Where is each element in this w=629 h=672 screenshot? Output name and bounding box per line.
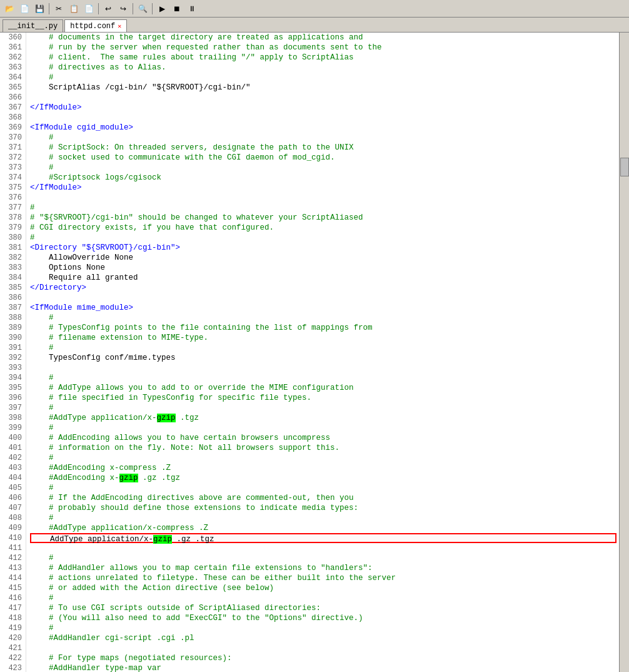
code-line: # file specified in TypesConfig for spec… — [30, 393, 619, 403]
toolbar-btn-cut[interactable]: ✂ — [52, 2, 66, 16]
toolbar-btn-pause[interactable]: ⏸ — [185, 2, 199, 16]
code-line: #Scriptsock logs/cgisock — [30, 173, 619, 183]
line-number: 379 — [0, 223, 26, 233]
toolbar-btn-save[interactable]: 💾 — [33, 2, 46, 16]
toolbar-btn-copy[interactable]: 📋 — [67, 2, 81, 16]
code-line: #AddEncoding x-gzip .gz .tgz — [30, 473, 619, 483]
line-number: 368 — [0, 113, 26, 123]
code-line: # — [30, 623, 619, 633]
line-numbers: 3603613623633643653663673683693703713723… — [0, 33, 26, 672]
tab-httpd-conf-label: httpd.conf — [70, 22, 115, 31]
toolbar-btn-new[interactable]: 📂 — [3, 2, 16, 16]
code-line: <IfModule cgid_module> — [30, 123, 619, 133]
code-line: # — [30, 453, 619, 463]
code-line: # — [30, 313, 619, 323]
scrollbar[interactable] — [619, 33, 629, 672]
toolbar-btn-stop[interactable]: ⏹ — [170, 2, 184, 16]
code-line: # "${SRVROOT}/cgi-bin" should be changed… — [30, 213, 619, 223]
code-line: # — [30, 163, 619, 173]
code-line: #AddEncoding x-compress .Z — [30, 463, 619, 473]
line-number: 392 — [0, 353, 26, 363]
tab-init-py[interactable]: __init__.py — [3, 19, 63, 32]
code-line: # information on the fly. Note: Not all … — [30, 443, 619, 453]
tabbar: __init__.py httpd.conf ✕ — [0, 18, 629, 33]
line-number: 410 — [0, 533, 26, 543]
line-number: 388 — [0, 313, 26, 323]
line-number: 395 — [0, 383, 26, 393]
line-number: 373 — [0, 163, 26, 173]
toolbar-btn-search[interactable]: 🔍 — [136, 2, 149, 16]
line-number: 380 — [0, 233, 26, 243]
toolbar-sep-1 — [49, 3, 49, 14]
line-number: 405 — [0, 483, 26, 493]
toolbar-btn-run[interactable]: ▶ — [155, 2, 169, 16]
scrollbar-thumb[interactable] — [620, 158, 629, 176]
line-number: 416 — [0, 593, 26, 603]
line-number: 402 — [0, 453, 26, 463]
code-line: # documents in the target directory are … — [30, 33, 619, 43]
code-line: # filename extension to MIME-type. — [30, 333, 619, 343]
toolbar-btn-undo[interactable]: ↩ — [101, 2, 115, 16]
code-line: TypesConfig conf/mime.types — [30, 353, 619, 363]
code-line: # client. The same rules about trailing … — [30, 53, 619, 63]
toolbar-btn-paste[interactable]: 📄 — [82, 2, 96, 16]
line-number: 381 — [0, 243, 26, 253]
line-number: 411 — [0, 543, 26, 553]
line-number: 394 — [0, 373, 26, 383]
line-number: 403 — [0, 463, 26, 473]
line-number: 372 — [0, 153, 26, 163]
line-number: 389 — [0, 323, 26, 333]
code-content[interactable]: # documents in the target directory are … — [26, 33, 619, 672]
code-line: # — [30, 513, 619, 523]
line-number: 367 — [0, 103, 26, 113]
toolbar-btn-redo[interactable]: ↪ — [116, 2, 130, 16]
code-line: <IfModule mime_module> — [30, 303, 619, 313]
line-number: 383 — [0, 263, 26, 273]
code-line: #AddType application/x-compress .Z — [30, 523, 619, 533]
line-number: 401 — [0, 443, 26, 453]
line-number: 387 — [0, 303, 26, 313]
line-number: 420 — [0, 633, 26, 643]
line-number: 412 — [0, 553, 26, 563]
code-line: Options None — [30, 263, 619, 273]
toolbar: 📂 📄 💾 ✂ 📋 📄 ↩ ↪ 🔍 ▶ ⏹ ⏸ — [0, 0, 629, 18]
line-number: 423 — [0, 663, 26, 672]
line-number: 409 — [0, 523, 26, 533]
code-line: # probably should define those extension… — [30, 503, 619, 513]
tab-init-py-label: __init__.py — [8, 22, 58, 31]
tab-httpd-conf[interactable]: httpd.conf ✕ — [64, 19, 127, 32]
line-number: 371 — [0, 143, 26, 153]
line-number: 398 — [0, 413, 26, 423]
line-number: 404 — [0, 473, 26, 483]
line-number: 407 — [0, 503, 26, 513]
line-number: 400 — [0, 433, 26, 443]
code-line: AllowOverride None — [30, 253, 619, 263]
code-line: # CGI directory exists, if you have that… — [30, 223, 619, 233]
line-number: 406 — [0, 493, 26, 503]
code-line: # — [30, 233, 619, 243]
line-number: 414 — [0, 573, 26, 583]
line-number: 391 — [0, 343, 26, 353]
code-line: </Directory> — [30, 283, 619, 293]
line-number: 396 — [0, 393, 26, 403]
code-line: </IfModule> — [30, 103, 619, 113]
code-line: # — [30, 203, 619, 213]
toolbar-btn-open[interactable]: 📄 — [18, 2, 31, 16]
line-number: 364 — [0, 73, 26, 83]
toolbar-sep-2 — [98, 3, 99, 14]
code-line — [30, 543, 619, 553]
code-line: </IfModule> — [30, 183, 619, 193]
code-line: # — [30, 423, 619, 433]
line-number: 382 — [0, 253, 26, 263]
line-number: 363 — [0, 63, 26, 73]
code-line: # (You will also need to add "ExecCGI" t… — [30, 613, 619, 623]
line-number: 408 — [0, 513, 26, 523]
line-number: 376 — [0, 193, 26, 203]
code-line — [30, 293, 619, 303]
code-line: Require all granted — [30, 273, 619, 283]
line-number: 377 — [0, 203, 26, 213]
code-line: # or added with the Action directive (se… — [30, 583, 619, 593]
line-number: 415 — [0, 583, 26, 593]
tab-httpd-conf-close[interactable]: ✕ — [118, 23, 121, 30]
code-line: # AddType allows you to add to or overri… — [30, 383, 619, 393]
